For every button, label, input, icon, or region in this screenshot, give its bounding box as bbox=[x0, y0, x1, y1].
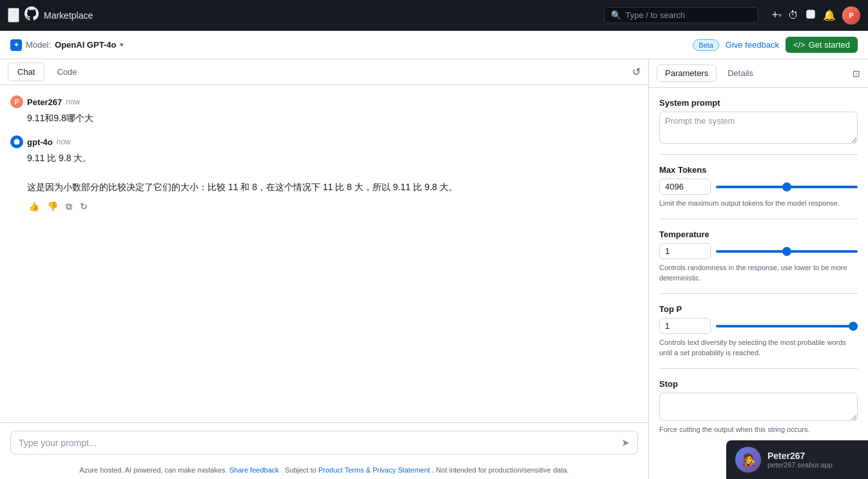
product-terms-link[interactable]: Product Terms bbox=[318, 466, 364, 474]
feedback-link[interactable]: Give feedback bbox=[726, 40, 779, 50]
top-p-slider-wrapper bbox=[716, 325, 858, 327]
search-bar[interactable]: 🔍 Type / to search bbox=[604, 7, 758, 23]
message-actions: 👍 👎 ⧉ ↻ bbox=[10, 200, 638, 213]
divider-2 bbox=[659, 219, 858, 219]
copy-button[interactable]: ⧉ bbox=[64, 200, 73, 213]
max-tokens-row bbox=[659, 179, 858, 195]
beta-badge: Beta bbox=[693, 39, 719, 51]
temperature-slider-wrapper bbox=[716, 250, 858, 253]
notifications-icon[interactable]: 🔔 bbox=[823, 9, 836, 21]
svg-point-1 bbox=[14, 139, 20, 145]
get-started-button[interactable]: </> Get started bbox=[786, 37, 858, 53]
chat-panel: Chat Code ↺ P Peter267 now 9.11和9.8哪个大 bbox=[0, 59, 649, 479]
collapse-panel-button[interactable]: ⊡ bbox=[853, 68, 860, 79]
assistant-message-block: gpt-4o now 9.11 比 9.8 大。 这是因为小数部分的比较决定了它… bbox=[10, 135, 638, 213]
thumbs-down-button[interactable]: 👎 bbox=[46, 200, 59, 213]
chat-tabs: Chat Code ↺ bbox=[0, 59, 648, 85]
tab-chat[interactable]: Chat bbox=[8, 63, 44, 81]
system-prompt-textarea[interactable] bbox=[659, 112, 858, 144]
thumbs-up-button[interactable]: 👍 bbox=[27, 200, 41, 213]
model-name: OpenAI GPT-4o bbox=[55, 40, 116, 50]
share-feedback-link[interactable]: Share feedback bbox=[229, 466, 279, 474]
code-icon: </> bbox=[793, 40, 805, 50]
new-item-button[interactable]: +▾ bbox=[771, 8, 782, 22]
temperature-label: Temperature bbox=[659, 230, 858, 239]
footer-subject-text: . Subject to bbox=[281, 466, 316, 474]
top-p-row bbox=[659, 318, 858, 334]
send-button[interactable]: ➤ bbox=[621, 436, 630, 449]
model-icon: ✦ bbox=[10, 39, 22, 51]
top-p-input[interactable] bbox=[659, 318, 711, 334]
search-placeholder-text: Type / to search bbox=[625, 10, 685, 20]
max-tokens-slider[interactable] bbox=[716, 186, 858, 188]
chat-input-wrapper: ➤ bbox=[10, 431, 638, 455]
hamburger-menu-icon[interactable]: ☰ bbox=[8, 8, 19, 23]
user-avatar: P bbox=[10, 95, 23, 108]
right-panel: Parameters Details ⊡ System prompt Max T… bbox=[649, 59, 868, 479]
max-tokens-desc: Limit the maximum output tokens for the … bbox=[659, 199, 858, 208]
chat-messages: P Peter267 now 9.11和9.8哪个大 gpt-4o now 9.… bbox=[0, 85, 648, 422]
model-prefix: Model: bbox=[26, 40, 51, 50]
regenerate-button[interactable]: ↻ bbox=[79, 200, 89, 213]
max-tokens-section: Max Tokens Limit the maximum output toke… bbox=[659, 165, 858, 208]
divider-4 bbox=[659, 368, 858, 369]
max-tokens-label: Max Tokens bbox=[659, 165, 858, 175]
stop-section: Stop Force cutting the output when this … bbox=[659, 379, 858, 435]
model-bar: ✦ Model: OpenAI GPT-4o ▾ Beta Give feedb… bbox=[0, 31, 868, 59]
divider-3 bbox=[659, 293, 858, 294]
gpt-avatar bbox=[10, 135, 23, 148]
assistant-message-time: now bbox=[57, 137, 71, 146]
divider-1 bbox=[659, 154, 858, 155]
system-prompt-label: System prompt bbox=[659, 98, 858, 108]
top-p-label: Top P bbox=[659, 304, 858, 314]
navbar-right: +▾ ⏱ 🔔 P bbox=[771, 6, 860, 24]
temperature-section: Temperature Controls randomness in the r… bbox=[659, 230, 858, 283]
footer-end-text: . Not intended for production/sensitive … bbox=[432, 466, 568, 474]
assistant-message-header: gpt-4o now bbox=[10, 135, 638, 148]
tab-parameters[interactable]: Parameters bbox=[657, 64, 717, 82]
stop-label: Stop bbox=[659, 379, 858, 389]
max-tokens-input[interactable] bbox=[659, 179, 711, 195]
assistant-message-content: 9.11 比 9.8 大。 这是因为小数部分的比较决定了它们的大小：比较 11 … bbox=[10, 151, 638, 194]
tab-code[interactable]: Code bbox=[47, 63, 86, 81]
max-tokens-slider-wrapper bbox=[716, 186, 858, 188]
model-bar-right: Beta Give feedback </> Get started bbox=[693, 37, 858, 53]
user-message-content: 9.11和9.8哪个大 bbox=[10, 111, 638, 125]
copilot-icon[interactable] bbox=[805, 8, 816, 23]
stop-desc: Force cutting the output when this strin… bbox=[659, 425, 858, 435]
user-message-block: P Peter267 now 9.11和9.8哪个大 bbox=[10, 95, 638, 125]
search-icon: 🔍 bbox=[611, 10, 621, 20]
chat-input[interactable] bbox=[19, 438, 616, 448]
user-message-header: P Peter267 now bbox=[10, 95, 638, 108]
temperature-slider[interactable] bbox=[716, 250, 858, 253]
get-started-label: Get started bbox=[809, 40, 850, 50]
footer-text-before: Azure hosted. AI powered, can make mista… bbox=[79, 466, 227, 474]
temperature-desc: Controls randomness in the response, use… bbox=[659, 263, 858, 283]
privacy-statement-link[interactable]: Privacy Statement bbox=[372, 466, 430, 474]
parameters-content: System prompt Max Tokens Limit the maxim… bbox=[649, 88, 868, 479]
tab-details[interactable]: Details bbox=[719, 64, 762, 82]
user-message-name: Peter267 bbox=[27, 97, 62, 107]
user-card-url: peter267.seabur.app bbox=[767, 461, 833, 469]
top-p-slider[interactable] bbox=[716, 325, 858, 327]
chat-input-area: ➤ bbox=[0, 422, 648, 462]
user-card-name: Peter267 bbox=[767, 451, 833, 461]
temperature-row bbox=[659, 243, 858, 259]
github-icon bbox=[24, 6, 39, 24]
model-chevron-icon: ▾ bbox=[120, 41, 124, 49]
top-p-section: Top P Controls text diversity by selecti… bbox=[659, 304, 858, 358]
model-selector[interactable]: ✦ Model: OpenAI GPT-4o ▾ bbox=[10, 39, 124, 51]
user-card-info: Peter267 peter267.seabur.app bbox=[767, 451, 833, 469]
avatar[interactable]: P bbox=[842, 6, 860, 24]
svg-rect-0 bbox=[806, 10, 815, 19]
system-prompt-section: System prompt bbox=[659, 98, 858, 144]
chat-footer: Azure hosted. AI powered, can make mista… bbox=[0, 462, 648, 479]
user-card-avatar: 🧑‍🎤 bbox=[735, 447, 761, 473]
temperature-input[interactable] bbox=[659, 243, 711, 259]
main-layout: Chat Code ↺ P Peter267 now 9.11和9.8哪个大 bbox=[0, 59, 868, 479]
stop-textarea[interactable] bbox=[659, 393, 858, 421]
right-panel-tabs: Parameters Details ⊡ bbox=[649, 59, 868, 88]
refresh-button[interactable]: ↺ bbox=[632, 66, 641, 78]
assistant-message-name: gpt-4o bbox=[27, 137, 53, 147]
timer-icon[interactable]: ⏱ bbox=[788, 10, 798, 21]
